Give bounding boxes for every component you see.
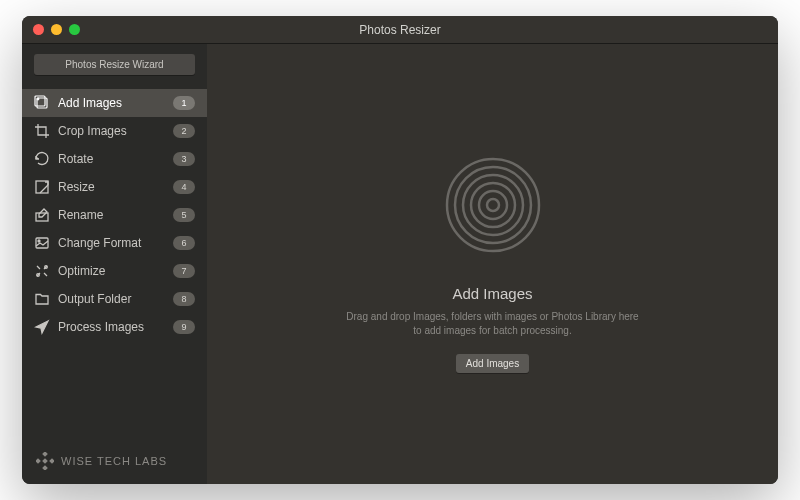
- content: Photos Resize Wizard Add Images 1: [22, 44, 778, 484]
- folder-icon: [34, 291, 50, 307]
- svg-point-15: [455, 167, 531, 243]
- rotate-icon: [34, 151, 50, 167]
- svg-point-19: [487, 199, 499, 211]
- svg-rect-12: [49, 458, 54, 464]
- step-badge: 5: [173, 208, 195, 222]
- svg-rect-10: [42, 465, 48, 470]
- crop-icon: [34, 123, 50, 139]
- sidebar-item-label: Crop Images: [58, 124, 165, 138]
- sidebar-item-resize[interactable]: Resize 4: [22, 173, 207, 201]
- step-badge: 9: [173, 320, 195, 334]
- sidebar-item-label: Optimize: [58, 264, 165, 278]
- svg-point-2: [37, 98, 39, 100]
- brand-label: WISE TECH LABS: [22, 438, 207, 484]
- sidebar: Photos Resize Wizard Add Images 1: [22, 44, 207, 484]
- svg-point-18: [479, 191, 507, 219]
- sidebar-item-rotate[interactable]: Rotate 3: [22, 145, 207, 173]
- traffic-lights: [33, 24, 80, 35]
- main-panel[interactable]: Add Images Drag and drop Images, folders…: [207, 44, 778, 484]
- drop-target-icon: [443, 155, 543, 259]
- svg-rect-11: [36, 458, 41, 464]
- step-badge: 4: [173, 180, 195, 194]
- step-badge: 3: [173, 152, 195, 166]
- step-badge: 7: [173, 264, 195, 278]
- sidebar-item-optimize[interactable]: Optimize 7: [22, 257, 207, 285]
- sidebar-items: Add Images 1 Crop Images 2: [22, 89, 207, 438]
- sidebar-item-label: Output Folder: [58, 292, 165, 306]
- sidebar-item-label: Rotate: [58, 152, 165, 166]
- svg-rect-9: [42, 452, 48, 457]
- minimize-button[interactable]: [51, 24, 62, 35]
- maximize-button[interactable]: [69, 24, 80, 35]
- titlebar[interactable]: Photos Resizer: [22, 16, 778, 44]
- wizard-button[interactable]: Photos Resize Wizard: [34, 54, 195, 75]
- svg-point-6: [38, 240, 40, 242]
- resize-icon: [34, 179, 50, 195]
- svg-point-17: [471, 183, 515, 227]
- main-title: Add Images: [452, 285, 532, 302]
- sidebar-item-label: Add Images: [58, 96, 165, 110]
- step-badge: 8: [173, 292, 195, 306]
- step-badge: 2: [173, 124, 195, 138]
- sidebar-item-label: Resize: [58, 180, 165, 194]
- sidebar-item-label: Process Images: [58, 320, 165, 334]
- step-badge: 1: [173, 96, 195, 110]
- svg-rect-13: [42, 458, 48, 464]
- sidebar-item-rename[interactable]: Rename 5: [22, 201, 207, 229]
- step-badge: 6: [173, 236, 195, 250]
- window-title: Photos Resizer: [22, 23, 778, 37]
- rename-icon: [34, 207, 50, 223]
- sidebar-item-change-format[interactable]: Change Format 6: [22, 229, 207, 257]
- main-description: Drag and drop Images, folders with image…: [346, 310, 638, 338]
- sidebar-item-crop-images[interactable]: Crop Images 2: [22, 117, 207, 145]
- sidebar-item-label: Change Format: [58, 236, 165, 250]
- optimize-icon: [34, 263, 50, 279]
- sidebar-item-label: Rename: [58, 208, 165, 222]
- format-icon: [34, 235, 50, 251]
- sidebar-item-add-images[interactable]: Add Images 1: [22, 89, 207, 117]
- svg-point-14: [447, 159, 539, 251]
- brand-icon: [36, 452, 54, 470]
- sidebar-item-output-folder[interactable]: Output Folder 8: [22, 285, 207, 313]
- add-images-icon: [34, 95, 50, 111]
- process-icon: [34, 319, 50, 335]
- close-button[interactable]: [33, 24, 44, 35]
- app-window: Photos Resizer Photos Resize Wizard Add …: [22, 16, 778, 484]
- add-images-button[interactable]: Add Images: [456, 354, 529, 373]
- brand-text: WISE TECH LABS: [61, 455, 167, 467]
- sidebar-item-process-images[interactable]: Process Images 9: [22, 313, 207, 341]
